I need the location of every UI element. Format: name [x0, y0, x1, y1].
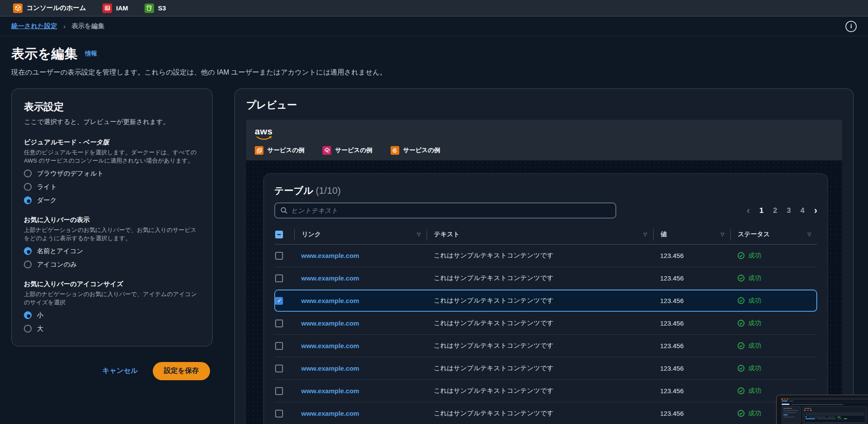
filter-triangle-icon[interactable]: ▽ [417, 232, 421, 237]
table-controls: ‹ 1234 › [274, 202, 817, 219]
filter-triangle-icon[interactable]: ▽ [721, 232, 724, 237]
pip-screenshot [780, 398, 868, 424]
radio-option[interactable]: アイコンのみ [24, 261, 200, 269]
radio-label: ライト [37, 183, 57, 191]
table-row[interactable]: www.example.com これはサンプルテキストコンテンツです 123.4… [274, 267, 817, 290]
pagination-prev-icon[interactable]: ‹ [746, 206, 750, 215]
filter-triangle-icon[interactable]: ▽ [644, 232, 647, 237]
column-header-status[interactable]: ステータス▽ [730, 229, 817, 240]
row-link[interactable]: www.example.com [294, 297, 427, 304]
column-header-value[interactable]: 値▽ [653, 229, 730, 240]
row-link[interactable]: www.example.com [294, 387, 427, 395]
success-check-icon [737, 387, 745, 395]
mock-favorite-label: サービスの例 [335, 147, 372, 154]
row-value: 123.456 [653, 297, 730, 304]
row-checkbox[interactable] [275, 387, 283, 395]
radio-option[interactable]: ダーク [24, 196, 200, 205]
radio-icon [24, 170, 32, 177]
success-check-icon [737, 274, 745, 282]
radio-label: アイコンのみ [37, 261, 77, 269]
row-status: 成功 [730, 274, 817, 282]
search-icon [280, 207, 288, 214]
table-row[interactable]: www.example.com これはサンプルテキストコンテンツです 123.4… [274, 402, 817, 424]
table-row[interactable]: www.example.com これはサンプルテキストコンテンツです 123.4… [274, 357, 817, 380]
form-actions: キャンセル 設定を保存 [11, 362, 213, 380]
radio-option[interactable]: 小 [24, 311, 200, 320]
info-icon[interactable]: i [845, 21, 857, 32]
success-check-icon [737, 365, 745, 372]
status-label: 成功 [748, 251, 761, 260]
pip-mini-settings-panel [782, 406, 801, 424]
row-link[interactable]: www.example.com [294, 252, 427, 259]
status-label: 成功 [748, 274, 761, 282]
pip-mini-table [804, 412, 865, 423]
mock-favorite-1: サービスの例 [255, 146, 304, 155]
row-checkbox[interactable] [275, 297, 283, 305]
screen-share-pip-window[interactable] [776, 395, 868, 424]
search-input[interactable] [291, 207, 610, 214]
row-checkbox[interactable] [275, 410, 283, 417]
row-link[interactable]: www.example.com [294, 342, 427, 349]
table-search[interactable] [274, 202, 616, 219]
radio-label: 名前とアイコン [37, 247, 83, 255]
header-checkbox-cell [274, 231, 294, 238]
mock-console-header: aws サービスの例 サービスの例 [246, 120, 842, 160]
column-label: ステータス [738, 230, 770, 238]
success-check-icon [737, 297, 745, 304]
icon-size-options: 小 大 [24, 311, 200, 333]
success-check-icon [737, 320, 745, 327]
pip-mini-title [782, 404, 868, 405]
pagination: ‹ 1234 › [746, 206, 817, 215]
favorite-label: コンソールのホーム [26, 4, 86, 12]
radio-option[interactable]: ブラウザのデフォルト [24, 170, 200, 178]
row-checkbox-cell [274, 410, 294, 417]
radio-icon [24, 261, 32, 268]
status-label: 成功 [748, 364, 761, 372]
table-row[interactable]: www.example.com これはサンプルテキストコンテンツです 123.4… [274, 380, 817, 402]
radio-option[interactable]: ライト [24, 183, 200, 191]
save-settings-button[interactable]: 設定を保存 [153, 362, 210, 380]
table-count: (1/10) [316, 185, 341, 196]
select-all-checkbox[interactable] [275, 231, 283, 238]
row-checkbox[interactable] [275, 252, 283, 260]
filter-triangle-icon[interactable]: ▽ [808, 232, 811, 237]
table-row[interactable]: www.example.com これはサンプルテキストコンテンツです 123.4… [274, 335, 817, 357]
row-link[interactable]: www.example.com [294, 274, 427, 282]
row-checkbox[interactable] [275, 365, 283, 372]
row-value: 123.456 [653, 410, 730, 417]
table-row[interactable]: www.example.com これはサンプルテキストコンテンツです 123.4… [274, 245, 817, 267]
favorite-console-home[interactable]: コンソールのホーム [13, 3, 86, 13]
favorite-iam[interactable]: IAM [102, 3, 128, 13]
row-checkbox[interactable] [275, 274, 283, 282]
favorite-s3[interactable]: S3 [145, 3, 166, 13]
row-link[interactable]: www.example.com [294, 365, 427, 372]
row-checkbox[interactable] [275, 320, 283, 327]
pagination-next-icon[interactable]: › [814, 206, 817, 215]
radio-option[interactable]: 大 [24, 325, 200, 333]
page-number[interactable]: 4 [800, 206, 804, 215]
status-label: 成功 [748, 409, 761, 417]
table-row[interactable]: www.example.com これはサンプルテキストコンテンツです 123.4… [274, 312, 817, 335]
row-link[interactable]: www.example.com [294, 320, 427, 327]
aws-logo: aws [255, 127, 273, 140]
row-link[interactable]: www.example.com [294, 410, 427, 417]
cancel-button[interactable]: キャンセル [102, 366, 138, 375]
console-home-cube-icon [13, 3, 23, 13]
column-header-link[interactable]: リンク▽ [294, 229, 427, 240]
page-number[interactable]: 1 [760, 206, 763, 215]
page-number[interactable]: 2 [773, 206, 777, 215]
row-checkbox[interactable] [275, 342, 283, 350]
info-link[interactable]: 情報 [85, 50, 97, 57]
status-label: 成功 [748, 342, 761, 350]
table-body: www.example.com これはサンプルテキストコンテンツです 123.4… [274, 245, 817, 424]
favorites-display-group: お気に入りバーの表示 上部ナビゲーションのお気に入りバーで、お気に入りのサービス… [24, 216, 200, 269]
pip-mini-preview-panel [802, 406, 867, 424]
row-status: 成功 [730, 297, 817, 305]
radio-option[interactable]: 名前とアイコン [24, 247, 200, 255]
column-header-text[interactable]: テキスト▽ [427, 229, 653, 240]
table-row[interactable]: www.example.com これはサンプルテキストコンテンツです 123.4… [274, 290, 817, 312]
page-number[interactable]: 3 [787, 206, 791, 215]
row-text: これはサンプルテキストコンテンツです [427, 274, 653, 282]
row-value: 123.456 [653, 274, 730, 282]
breadcrumb-unified-settings[interactable]: 統一された設定 [11, 22, 57, 30]
